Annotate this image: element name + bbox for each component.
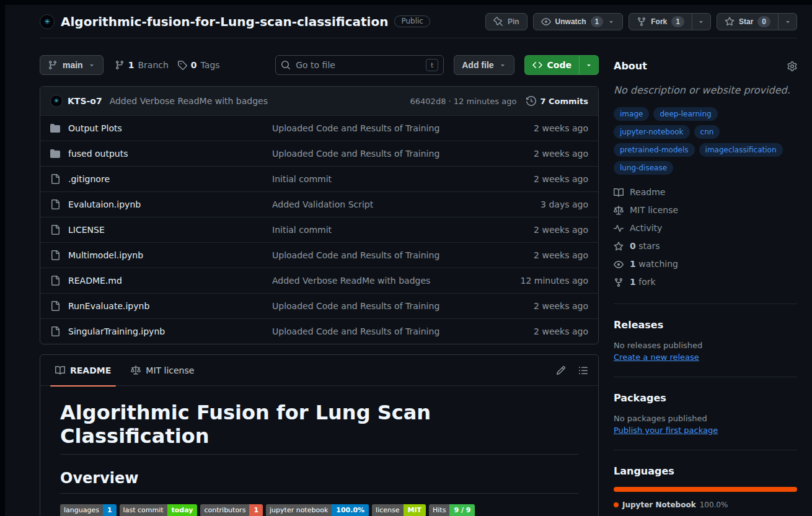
- file-name[interactable]: SingularTraining.ipynb: [68, 326, 165, 336]
- badge-hits[interactable]: Hits9 / 9: [429, 504, 475, 516]
- row-commit-message[interactable]: Initial commit: [272, 174, 495, 184]
- license-link[interactable]: MIT license: [614, 204, 797, 217]
- commit-hash-time[interactable]: 66402d8 · 12 minutes ago: [410, 97, 517, 106]
- table-row[interactable]: Multimodel.ipynb Uploaded Code and Resul…: [40, 242, 598, 268]
- commit-author-avatar[interactable]: ✳: [50, 95, 63, 107]
- topic-pill[interactable]: lung-disease: [614, 161, 673, 175]
- watching-link[interactable]: 1 watching: [614, 258, 797, 271]
- pin-button[interactable]: Pin: [485, 13, 527, 30]
- row-commit-message[interactable]: Added Validation Script: [272, 199, 495, 209]
- file-name[interactable]: Output Plots: [68, 123, 122, 133]
- go-to-file-input[interactable]: [296, 60, 421, 70]
- file-name[interactable]: LICENSE: [68, 225, 105, 235]
- topic-pill[interactable]: cnn: [694, 125, 720, 139]
- releases-heading[interactable]: Releases: [614, 319, 797, 331]
- row-commit-message[interactable]: Initial commit: [272, 225, 495, 235]
- activity-link[interactable]: Activity: [614, 222, 797, 235]
- repo-actions: Pin Unwatch 1 Fork 1 Star: [485, 13, 797, 30]
- row-commit-message[interactable]: Added Verbose ReadMe with badges: [272, 276, 495, 286]
- file-name[interactable]: README.md: [68, 276, 122, 286]
- gear-icon: [787, 61, 797, 71]
- row-commit-date: 2 weeks ago: [495, 149, 588, 159]
- row-commit-message[interactable]: Uploaded Code and Results of Training: [272, 301, 495, 311]
- badge-last-commit[interactable]: last committoday: [120, 504, 198, 516]
- row-commit-message[interactable]: Uploaded Code and Results of Training: [272, 326, 495, 336]
- topic-pill[interactable]: jupyter-notebook: [614, 125, 690, 139]
- code-dropdown-button[interactable]: [579, 56, 598, 74]
- tag-count-label: Tags: [201, 60, 220, 70]
- fork-button[interactable]: Fork 1: [629, 13, 692, 30]
- packages-section: Packages No packages published Publish y…: [614, 392, 797, 450]
- publish-package-link[interactable]: Publish your first package: [614, 426, 718, 435]
- table-row[interactable]: fused outputs Uploaded Code and Results …: [40, 141, 598, 166]
- edit-about-button[interactable]: [787, 61, 797, 71]
- code-button-group: Code: [524, 55, 599, 75]
- repo-title[interactable]: Algorithmic-fusion-for-Lung-scan-classif…: [61, 14, 388, 29]
- fork-dropdown-button[interactable]: [692, 13, 711, 30]
- commit-hash[interactable]: 66402d8: [410, 97, 446, 106]
- file-name[interactable]: .gitignore: [68, 174, 110, 184]
- file-name[interactable]: Multimodel.ipynb: [68, 250, 143, 260]
- create-release-link[interactable]: Create a new release: [614, 352, 699, 362]
- table-row[interactable]: LICENSE Initial commit 2 weeks ago: [40, 217, 598, 242]
- row-commit-date: 12 minutes ago: [495, 276, 588, 286]
- star-button[interactable]: Star 0: [717, 13, 779, 30]
- badge-contributors[interactable]: contributors1: [200, 504, 263, 516]
- language-dot: [614, 502, 619, 507]
- readme-box: README MIT license Algorithmic Fusion fo…: [40, 354, 599, 516]
- table-row[interactable]: Output Plots Uploaded Code and Results o…: [40, 115, 598, 141]
- fork-count: 1: [671, 16, 684, 27]
- shortcut-key-badge: t: [426, 59, 438, 71]
- branches-link[interactable]: 1 Branch: [115, 60, 169, 70]
- topic-list: image deep-learning jupyter-notebook cnn…: [614, 107, 797, 175]
- add-file-button[interactable]: Add file: [454, 55, 514, 75]
- file-name[interactable]: Evalutaion.ipynb: [68, 199, 141, 209]
- code-button[interactable]: Code: [525, 56, 579, 74]
- badge-jupyter-notebook[interactable]: jupyter notebook100.0%: [266, 504, 369, 516]
- chevron-down-icon: [499, 61, 506, 69]
- readme-badges: languages1 last committoday contributors…: [60, 504, 578, 516]
- row-commit-message[interactable]: Uploaded Code and Results of Training: [272, 250, 495, 260]
- commit-history-link[interactable]: 7 Commits: [526, 96, 588, 106]
- outline-button[interactable]: [578, 365, 588, 375]
- commit-count-label: 7 Commits: [540, 97, 588, 106]
- branch-selector[interactable]: main: [40, 55, 104, 75]
- commit-author[interactable]: KTS-o7: [68, 96, 102, 106]
- readme-link[interactable]: Readme: [614, 186, 797, 199]
- forks-link[interactable]: 1 fork: [614, 276, 797, 289]
- topic-pill[interactable]: deep-learning: [653, 107, 717, 121]
- tab-mit-license[interactable]: MIT license: [126, 355, 199, 386]
- table-row[interactable]: Evalutaion.ipynb Added Validation Script…: [40, 191, 598, 217]
- table-row[interactable]: README.md Added Verbose ReadMe with badg…: [40, 268, 598, 293]
- row-commit-message[interactable]: Uploaded Code and Results of Training: [272, 123, 495, 133]
- commit-message[interactable]: Added Verbose ReadMe with badges: [110, 96, 268, 106]
- badge-languages[interactable]: languages1: [60, 504, 117, 516]
- stars-link[interactable]: 0 stars: [614, 240, 797, 253]
- star-dropdown-button[interactable]: [779, 13, 797, 30]
- branch-name: main: [63, 60, 83, 70]
- table-row[interactable]: .gitignore Initial commit 2 weeks ago: [40, 166, 598, 191]
- file-name[interactable]: fused outputs: [68, 149, 128, 159]
- language-legend-item[interactable]: Jupyter Notebook 100.0%: [614, 501, 797, 509]
- row-commit-message[interactable]: Uploaded Code and Results of Training: [272, 149, 495, 159]
- packages-heading[interactable]: Packages: [614, 392, 797, 404]
- star-count: 0: [757, 16, 770, 27]
- tab-readme[interactable]: README: [50, 355, 116, 386]
- topic-pill[interactable]: image: [614, 107, 649, 121]
- history-icon: [526, 96, 536, 106]
- repo-owner-avatar[interactable]: ✳: [40, 14, 55, 29]
- edit-readme-button[interactable]: [556, 365, 566, 375]
- releases-section: Releases No releases published Create a …: [614, 319, 797, 377]
- tags-link[interactable]: 0 Tags: [177, 60, 220, 70]
- file-name[interactable]: RunEvaluate.ipynb: [68, 301, 149, 311]
- badge-license[interactable]: licenseMIT: [372, 504, 426, 516]
- activity-icon: [614, 224, 624, 234]
- repo-header: ✳ Algorithmic-fusion-for-Lung-scan-class…: [40, 5, 797, 38]
- topic-pill[interactable]: imageclassification: [699, 143, 783, 157]
- topic-pill[interactable]: pretrained-models: [614, 143, 695, 157]
- table-row[interactable]: RunEvaluate.ipynb Uploaded Code and Resu…: [40, 293, 598, 318]
- watch-button[interactable]: Unwatch 1: [533, 13, 624, 30]
- row-commit-date: 2 weeks ago: [495, 174, 588, 184]
- code-label: Code: [547, 60, 571, 70]
- table-row[interactable]: SingularTraining.ipynb Uploaded Code and…: [40, 318, 598, 344]
